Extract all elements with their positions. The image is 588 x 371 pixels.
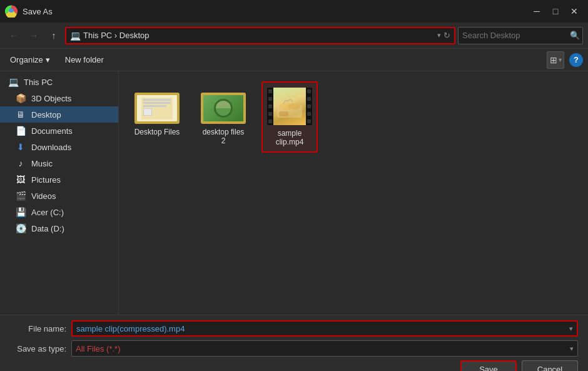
- sidebar-label-videos: Videos: [31, 191, 56, 201]
- file-name-input-wrapper[interactable]: ▾: [71, 320, 578, 337]
- search-box[interactable]: 🔍: [458, 27, 583, 44]
- organize-chevron-icon: ▾: [46, 55, 50, 64]
- sidebar-label-desktop: Desktop: [31, 110, 61, 119]
- folder-icon: [134, 86, 180, 124]
- film-hole: [307, 104, 311, 108]
- documents-icon: 📄: [15, 126, 26, 136]
- file-name-label: File name:: [10, 324, 66, 333]
- file-area: Desktop Files desktop files: [119, 71, 588, 315]
- view-icon: ⊞: [550, 55, 557, 65]
- search-input[interactable]: [462, 31, 567, 40]
- sidebar-label-this-pc: This PC: [24, 78, 53, 87]
- file-name-sample-clip: sample clip.mp4: [268, 129, 312, 146]
- file-item-desktop-files-2[interactable]: desktop files 2: [195, 81, 251, 153]
- film-hole: [307, 119, 311, 123]
- desktop-icon: 🖥: [15, 109, 26, 119]
- acer-c-icon: 💾: [15, 207, 26, 217]
- organize-button[interactable]: Organize ▾: [5, 53, 55, 66]
- sidebar-item-music[interactable]: ♪ Music: [0, 155, 118, 171]
- window-controls: ─ □ ✕: [528, 3, 583, 20]
- forward-button[interactable]: →: [25, 27, 43, 44]
- file-type-label: Save as type:: [10, 344, 66, 353]
- buttons-row: Save Cancel: [10, 360, 578, 371]
- sidebar-label-music: Music: [31, 159, 53, 168]
- window-title: Save As: [23, 7, 528, 16]
- pictures-icon: 🖼: [15, 175, 26, 185]
- file-item-desktop-files[interactable]: Desktop Files: [129, 81, 185, 153]
- file-type-row: Save as type: All Files (*.*) ▾: [10, 340, 578, 357]
- address-bar[interactable]: 💻 This PC › Desktop ▾ ↻: [65, 27, 455, 44]
- sidebar-label-downloads: Downloads: [31, 143, 71, 152]
- sidebar-item-desktop[interactable]: 🖥 Desktop: [0, 106, 118, 123]
- back-button[interactable]: ←: [5, 27, 23, 44]
- toolbar: ← → ↑ 💻 This PC › Desktop ▾ ↻ 🔍: [0, 23, 588, 49]
- action-bar: Organize ▾ New folder ⊞ ▾ ?: [0, 49, 588, 71]
- folder-icon-2: [201, 86, 246, 124]
- film-hole: [268, 97, 272, 101]
- svg-rect-5: [279, 111, 288, 116]
- film-hole: [268, 119, 272, 123]
- view-chevron-icon: ▾: [559, 56, 562, 63]
- film-hole: [268, 104, 272, 108]
- svg-point-4: [288, 103, 300, 109]
- videos-icon: 🎬: [15, 191, 26, 201]
- view-button[interactable]: ⊞ ▾: [547, 51, 564, 69]
- address-bar-text: This PC › Desktop: [83, 31, 435, 40]
- file-name-input[interactable]: [76, 324, 569, 333]
- file-name-desktop-files-2: desktop files 2: [200, 128, 246, 145]
- close-button[interactable]: ✕: [565, 3, 583, 20]
- sidebar-item-downloads[interactable]: ⬇ Downloads: [0, 139, 118, 155]
- film-strip-left: [267, 88, 273, 125]
- file-name-row: File name: ▾: [10, 320, 578, 337]
- title-bar: Save As ─ □ ✕: [0, 0, 588, 23]
- file-item-sample-clip[interactable]: sample clip.mp4: [261, 81, 318, 153]
- sidebar-item-this-pc[interactable]: 💻 This PC: [0, 74, 118, 90]
- sidebar-label-pictures: Pictures: [31, 175, 61, 185]
- cancel-button[interactable]: Cancel: [522, 360, 578, 371]
- film-image: [273, 88, 306, 125]
- sidebar-item-acer-c[interactable]: 💾 Acer (C:): [0, 204, 118, 220]
- film-strip-right: [306, 88, 312, 125]
- sidebar-label-3d-objects: 3D Objects: [31, 94, 71, 103]
- main-area: 💻 This PC 📦 3D Objects 🖥 Desktop 📄 Docum…: [0, 71, 588, 315]
- bottom-panel: File name: ▾ Save as type: All Files (*.…: [0, 315, 588, 371]
- sidebar-label-data-d: Data (D:): [31, 224, 64, 233]
- sidebar: 💻 This PC 📦 3D Objects 🖥 Desktop 📄 Docum…: [0, 71, 119, 315]
- minimize-button[interactable]: ─: [528, 3, 545, 20]
- save-button[interactable]: Save: [460, 360, 517, 371]
- music-icon: ♪: [15, 158, 26, 168]
- downloads-icon: ⬇: [15, 142, 26, 152]
- file-name-dropdown-icon[interactable]: ▾: [569, 325, 573, 333]
- sidebar-label-acer-c: Acer (C:): [31, 208, 64, 217]
- up-button[interactable]: ↑: [45, 27, 63, 44]
- film-hole: [268, 112, 272, 116]
- file-name-desktop-files: Desktop Files: [134, 128, 180, 136]
- file-type-dropdown-icon[interactable]: ▾: [570, 345, 574, 353]
- sidebar-item-documents[interactable]: 📄 Documents: [0, 123, 118, 139]
- sidebar-item-pictures[interactable]: 🖼 Pictures: [0, 171, 118, 188]
- maximize-button[interactable]: □: [547, 3, 564, 20]
- file-type-dropdown[interactable]: All Files (*.*) ▾: [71, 340, 578, 357]
- refresh-icon[interactable]: ↻: [444, 31, 450, 40]
- film-hole: [307, 89, 311, 93]
- film-hole: [307, 97, 311, 101]
- sidebar-item-videos[interactable]: 🎬 Videos: [0, 188, 118, 204]
- film-hole: [268, 89, 272, 93]
- 3d-objects-icon: 📦: [15, 93, 26, 103]
- new-folder-label: New folder: [65, 55, 104, 64]
- film-hole: [307, 112, 311, 116]
- app-icon: [5, 5, 18, 18]
- help-button[interactable]: ?: [569, 53, 583, 67]
- organize-label: Organize: [10, 55, 43, 64]
- sidebar-label-documents: Documents: [31, 126, 73, 136]
- address-dropdown-icon[interactable]: ▾: [437, 31, 441, 39]
- sidebar-item-data-d[interactable]: 💽 Data (D:): [0, 220, 118, 236]
- search-icon: 🔍: [570, 31, 580, 40]
- address-bar-icon: 💻: [70, 31, 81, 41]
- sidebar-item-3d-objects[interactable]: 📦 3D Objects: [0, 90, 118, 106]
- file-type-value: All Files (*.*): [76, 344, 570, 353]
- data-d-icon: 💽: [15, 223, 26, 233]
- video-thumbnail: [267, 88, 312, 125]
- this-pc-icon: 💻: [8, 77, 19, 87]
- new-folder-button[interactable]: New folder: [60, 53, 109, 66]
